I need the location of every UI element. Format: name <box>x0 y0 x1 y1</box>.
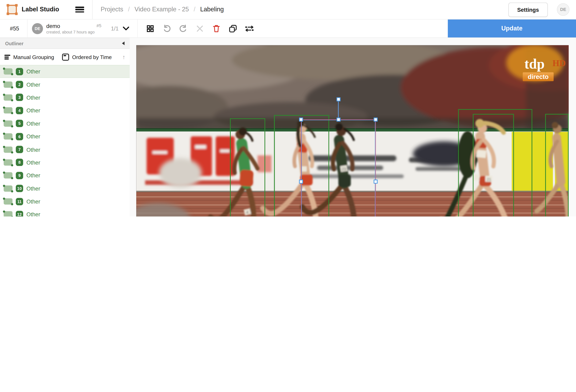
outliner-region-item[interactable]: 9Other <box>0 169 130 182</box>
copy-icon <box>229 24 237 32</box>
ordered-by-time-dropdown[interactable]: Ordered by Time <box>72 54 112 60</box>
chevron-down-icon <box>123 26 129 31</box>
breadcrumb-item[interactable]: Labeling <box>200 6 224 13</box>
created-note: created, about 7 hours ago <box>46 30 101 34</box>
undo-button[interactable] <box>162 24 171 33</box>
reset-button[interactable] <box>196 24 204 33</box>
region-label: Other <box>26 211 40 217</box>
collapse-panel-icon[interactable] <box>122 42 125 45</box>
annotation-toolbar: #55 DE demo #5 created, about 7 hours ag… <box>0 20 576 38</box>
breadcrumb-item[interactable]: Video Example - 25 <box>135 6 189 13</box>
swap-arrows-icon <box>245 25 254 32</box>
label-studio-app: Label Studio Projects/Video Example - 25… <box>0 0 576 217</box>
outliner-region-item[interactable]: 11Other <box>0 195 130 208</box>
resize-handle-tl[interactable] <box>299 118 303 122</box>
sort-direction-arrow-icon[interactable]: ↑ <box>122 54 125 60</box>
rotation-handle[interactable] <box>336 97 340 101</box>
region-box-icon <box>4 159 12 166</box>
region-label: Other <box>26 120 40 127</box>
rotation-stem <box>338 101 339 117</box>
redo-button[interactable] <box>179 24 188 33</box>
breadcrumb-separator: / <box>128 6 130 13</box>
region-label: Other <box>26 68 40 75</box>
outliner-region-item[interactable]: 5Other <box>0 117 130 130</box>
user-avatar[interactable]: DE <box>557 3 570 16</box>
selected-region-bbox[interactable] <box>301 119 376 217</box>
region-box-icon <box>4 185 12 192</box>
ordering-icon <box>62 54 69 60</box>
region-box-icon <box>4 198 12 205</box>
region-index-badge: 7 <box>16 146 23 153</box>
manual-grouping-dropdown[interactable]: Manual Grouping <box>13 54 54 60</box>
video-canvas[interactable]: 4 <box>136 45 569 217</box>
channel-logo-text: tdp <box>524 56 545 72</box>
trash-icon <box>213 24 220 32</box>
resize-handle-mr[interactable] <box>374 180 378 184</box>
outliner-title: Outliner <box>5 41 23 46</box>
duplicate-button[interactable] <box>229 24 237 33</box>
region-box-icon <box>4 94 12 101</box>
outliner-region-item[interactable]: 3Other <box>0 91 130 104</box>
main-area: 4 <box>130 38 576 217</box>
region-label: Other <box>26 198 40 205</box>
toolbar-divider <box>137 20 138 37</box>
region-bbox[interactable] <box>230 118 265 217</box>
grid-view-button[interactable] <box>146 24 154 33</box>
outliner-region-item[interactable]: 10Other <box>0 182 130 195</box>
outliner-region-item[interactable]: 2Other <box>0 78 130 91</box>
header-divider <box>92 0 92 19</box>
region-box-icon <box>4 107 12 114</box>
region-bbox[interactable] <box>545 114 569 217</box>
resize-handle-ml[interactable] <box>299 180 303 184</box>
delete-annotation-button[interactable] <box>212 24 221 33</box>
region-box-icon <box>4 120 12 127</box>
resize-handle-tr[interactable] <box>374 118 378 122</box>
region-bbox[interactable] <box>473 114 514 217</box>
outliner-region-item[interactable]: 8Other <box>0 156 130 169</box>
outliner-sidebar: Outliner Manual Grouping Ordered by Time… <box>0 38 130 217</box>
region-label: Other <box>26 107 40 114</box>
annotation-id: #5 <box>96 23 101 28</box>
outliner-toolbar: Manual Grouping Ordered by Time ↑ <box>0 49 130 66</box>
app-title: Label Studio <box>22 6 59 13</box>
label-studio-logo-icon[interactable] <box>7 5 17 14</box>
region-box-icon <box>4 81 12 88</box>
app-header: Label Studio Projects/Video Example - 25… <box>0 0 576 20</box>
settings-button[interactable]: Settings <box>508 2 548 17</box>
breadcrumb-separator: / <box>194 6 196 13</box>
annotation-pager[interactable]: 1/1 <box>111 25 129 32</box>
breadcrumb-item[interactable]: Projects <box>101 6 123 13</box>
region-index-badge: 4 <box>16 107 23 114</box>
grid-icon <box>146 25 154 32</box>
outliner-region-item[interactable]: 6Other <box>0 130 130 143</box>
undo-icon <box>163 24 171 32</box>
region-index-badge: 9 <box>16 172 23 179</box>
region-label: Other <box>26 172 40 179</box>
update-button[interactable]: Update <box>448 20 576 37</box>
grouping-icon <box>4 55 10 59</box>
outliner-region-item[interactable]: 4Other <box>0 104 130 117</box>
resize-handle-tm[interactable] <box>336 118 340 122</box>
hamburger-menu-icon[interactable] <box>75 7 84 13</box>
region-index-badge: 2 <box>16 81 23 88</box>
region-label: Other <box>26 159 40 166</box>
compare-views-button[interactable] <box>245 24 254 33</box>
region-index-badge: 1 <box>16 68 23 75</box>
region-index-badge: 6 <box>16 133 23 140</box>
region-box-icon <box>4 172 12 179</box>
outliner-panel-header: Outliner <box>0 38 130 49</box>
outliner-region-item[interactable]: 1Other <box>0 65 130 78</box>
annotation-meta: demo #5 created, about 7 hours ago <box>46 23 101 34</box>
hd-badge-text: HD <box>552 58 566 68</box>
region-label: Other <box>26 94 40 101</box>
outliner-region-item[interactable]: 12Other <box>0 208 130 217</box>
outliner-region-item[interactable]: 7Other <box>0 143 130 156</box>
region-index-badge: 5 <box>16 120 23 127</box>
region-index-badge: 8 <box>16 159 23 166</box>
region-list: 1Other2Other3Other4Other5Other6Other7Oth… <box>0 65 130 217</box>
x-icon <box>197 25 203 32</box>
task-id: #55 <box>10 25 19 32</box>
region-label: Other <box>26 185 40 192</box>
annotator-name: demo <box>46 23 101 29</box>
pager-count: 1/1 <box>111 25 119 32</box>
